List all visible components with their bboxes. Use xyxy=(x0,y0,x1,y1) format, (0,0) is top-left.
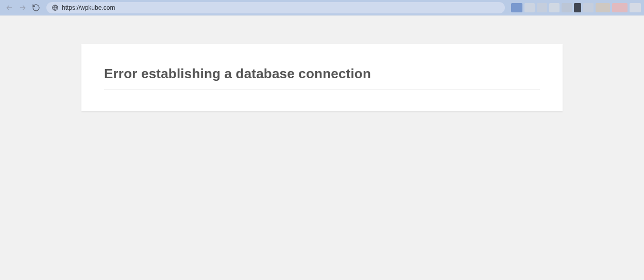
globe-icon xyxy=(52,4,59,11)
back-icon xyxy=(5,4,13,12)
page-viewport: Error establishing a database connection xyxy=(0,15,644,280)
extension-icon[interactable] xyxy=(630,3,641,12)
extension-icon[interactable] xyxy=(574,3,581,12)
browser-toolbar xyxy=(0,0,644,15)
reload-button[interactable] xyxy=(31,3,41,13)
extension-icon[interactable] xyxy=(596,3,610,12)
reload-icon xyxy=(32,4,40,12)
extension-icon[interactable] xyxy=(612,3,628,12)
extension-icon[interactable] xyxy=(583,3,594,12)
extension-area xyxy=(511,3,641,12)
forward-icon xyxy=(19,4,27,12)
address-bar[interactable] xyxy=(46,2,505,13)
back-button[interactable] xyxy=(4,3,14,13)
error-card: Error establishing a database connection xyxy=(81,44,563,111)
address-input[interactable] xyxy=(62,4,500,11)
extension-icon[interactable] xyxy=(524,3,535,12)
extension-icon[interactable] xyxy=(549,3,560,12)
error-heading: Error establishing a database connection xyxy=(104,66,540,90)
forward-button[interactable] xyxy=(18,3,28,13)
extension-icon[interactable] xyxy=(562,3,572,12)
extension-icon[interactable] xyxy=(537,3,547,12)
extension-icon[interactable] xyxy=(511,3,522,12)
